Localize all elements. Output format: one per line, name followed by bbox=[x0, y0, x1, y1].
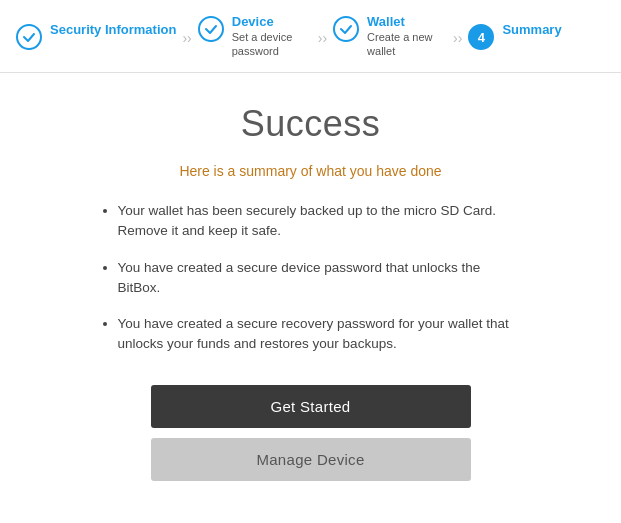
arrow-3: ›› bbox=[453, 30, 462, 46]
step-icon-device bbox=[198, 16, 224, 42]
step-icon-wallet bbox=[333, 16, 359, 42]
main-content: Success Here is a summary of what you ha… bbox=[0, 73, 621, 521]
list-item: You have created a secure recovery passw… bbox=[118, 314, 526, 355]
step-summary: 4 Summary bbox=[468, 22, 561, 50]
step-title-security: Security Information bbox=[50, 22, 176, 38]
arrow-2: ›› bbox=[318, 30, 327, 46]
get-started-button[interactable]: Get Started bbox=[151, 385, 471, 428]
step-icon-summary: 4 bbox=[468, 24, 494, 50]
step-security-information: Security Information bbox=[16, 22, 176, 50]
step-text-wallet: Wallet Create a new wallet bbox=[367, 14, 447, 58]
step-sub-device: Set a device password bbox=[232, 30, 312, 59]
step-text-device: Device Set a device password bbox=[232, 14, 312, 58]
list-item: You have created a secure device passwor… bbox=[118, 258, 526, 299]
success-title: Success bbox=[241, 103, 381, 145]
manage-device-button[interactable]: Manage Device bbox=[151, 438, 471, 481]
bullet-list: Your wallet has been securely backed up … bbox=[96, 201, 526, 355]
step-wallet: Wallet Create a new wallet bbox=[333, 14, 447, 58]
step-title-wallet: Wallet bbox=[367, 14, 447, 30]
summary-label: Here is a summary of what you have done bbox=[179, 163, 441, 179]
step-title-device: Device bbox=[232, 14, 312, 30]
stepper: Security Information ›› Device Set a dev… bbox=[0, 0, 621, 73]
step-text-summary: Summary bbox=[502, 22, 561, 38]
step-device: Device Set a device password bbox=[198, 14, 312, 58]
step-sub-wallet: Create a new wallet bbox=[367, 30, 447, 59]
arrow-1: ›› bbox=[182, 30, 191, 46]
list-item: Your wallet has been securely backed up … bbox=[118, 201, 526, 242]
step-text-security: Security Information bbox=[50, 22, 176, 38]
step-icon-security bbox=[16, 24, 42, 50]
step-title-summary: Summary bbox=[502, 22, 561, 38]
